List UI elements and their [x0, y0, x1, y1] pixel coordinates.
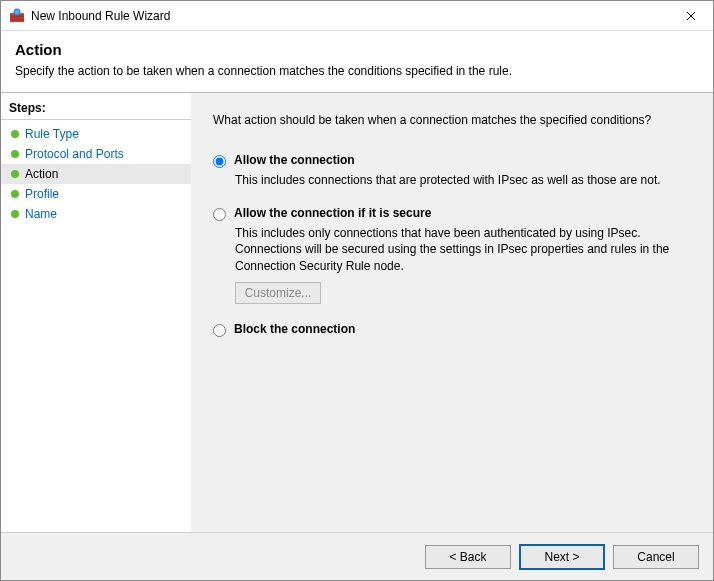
option-row: Allow the connection — [213, 153, 691, 168]
page-title: Action — [15, 41, 699, 58]
step-bullet-icon — [11, 130, 19, 138]
window-title: New Inbound Rule Wizard — [31, 9, 170, 23]
option-label: Block the connection — [234, 322, 355, 336]
steps-list: Rule TypeProtocol and PortsActionProfile… — [1, 120, 191, 224]
options-container: Allow the connectionThis includes connec… — [213, 153, 691, 355]
step-bullet-icon — [11, 210, 19, 218]
page-subtitle: Specify the action to be taken when a co… — [15, 64, 699, 78]
option-row: Allow the connection if it is secure — [213, 206, 691, 221]
radio-allow[interactable] — [213, 155, 226, 168]
step-rule-type[interactable]: Rule Type — [1, 124, 191, 144]
option-block: Block the connection — [213, 322, 691, 337]
svg-rect-7 — [17, 16, 18, 19]
wizard-body: Steps: Rule TypeProtocol and PortsAction… — [1, 92, 713, 532]
step-profile[interactable]: Profile — [1, 184, 191, 204]
svg-rect-3 — [10, 19, 24, 20]
option-allow-secure: Allow the connection if it is secureThis… — [213, 206, 691, 304]
steps-heading: Steps: — [1, 99, 191, 120]
svg-point-9 — [15, 9, 19, 13]
option-row: Block the connection — [213, 322, 691, 337]
step-label: Action — [25, 167, 58, 181]
cancel-button[interactable]: Cancel — [613, 545, 699, 569]
option-desc: This includes connections that are prote… — [235, 172, 675, 188]
option-allow: Allow the connectionThis includes connec… — [213, 153, 691, 188]
radio-allow-secure[interactable] — [213, 208, 226, 221]
back-button[interactable]: < Back — [425, 545, 511, 569]
step-protocol-and-ports[interactable]: Protocol and Ports — [1, 144, 191, 164]
close-button[interactable] — [668, 1, 713, 31]
wizard-window: New Inbound Rule Wizard Action Specify t… — [0, 0, 714, 581]
option-label: Allow the connection if it is secure — [234, 206, 431, 220]
option-desc: This includes only connections that have… — [235, 225, 675, 274]
customize-button: Customize... — [235, 282, 321, 304]
next-button[interactable]: Next > — [519, 544, 605, 570]
page-header: Action Specify the action to be taken wh… — [1, 31, 713, 92]
content-pane: What action should be taken when a conne… — [191, 93, 713, 532]
step-action[interactable]: Action — [1, 164, 191, 184]
wizard-footer: < Back Next > Cancel — [1, 532, 713, 580]
step-bullet-icon — [11, 150, 19, 158]
step-label: Profile — [25, 187, 59, 201]
steps-sidebar: Steps: Rule TypeProtocol and PortsAction… — [1, 93, 191, 532]
step-bullet-icon — [11, 170, 19, 178]
step-label: Rule Type — [25, 127, 79, 141]
step-label: Name — [25, 207, 57, 221]
svg-rect-6 — [12, 16, 13, 19]
titlebar: New Inbound Rule Wizard — [1, 1, 713, 31]
action-prompt: What action should be taken when a conne… — [213, 113, 691, 127]
step-name[interactable]: Name — [1, 204, 191, 224]
option-label: Allow the connection — [234, 153, 355, 167]
radio-block[interactable] — [213, 324, 226, 337]
step-label: Protocol and Ports — [25, 147, 124, 161]
firewall-icon — [9, 8, 25, 24]
step-bullet-icon — [11, 190, 19, 198]
